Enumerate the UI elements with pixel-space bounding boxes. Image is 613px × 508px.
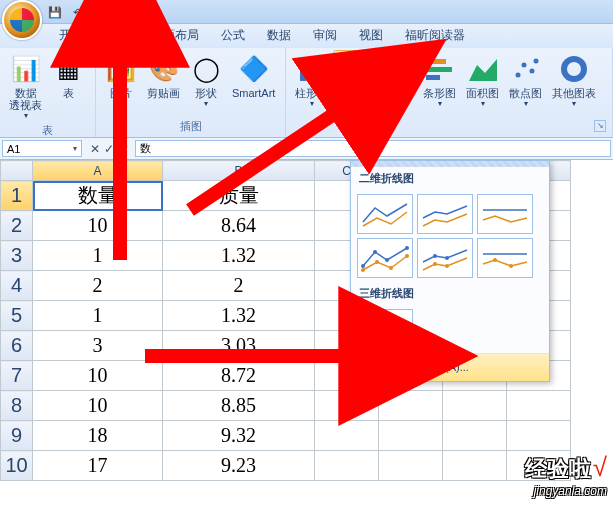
svg-point-15 (385, 258, 389, 262)
tab-page-layout[interactable]: 页面布局 (140, 22, 210, 48)
table-icon: ▦ (52, 53, 84, 85)
row-header[interactable]: 6 (1, 331, 33, 361)
table-button[interactable]: ▦ 表 (47, 50, 89, 102)
svg-point-23 (433, 262, 437, 266)
column-chart-button[interactable]: 柱形图▾ (290, 50, 333, 111)
tab-insert[interactable]: 插入 (94, 22, 140, 48)
row-header[interactable]: 7 (1, 361, 33, 391)
cell[interactable]: 1.32 (163, 301, 315, 331)
select-all-corner[interactable] (1, 161, 33, 181)
formula-input[interactable]: 数 (135, 140, 611, 157)
row-header[interactable]: 1 (1, 181, 33, 211)
cell[interactable]: 2 (33, 271, 163, 301)
table-label: 表 (63, 87, 74, 99)
redo-icon[interactable]: ↷ (90, 3, 108, 21)
fx-icon[interactable]: fx (118, 142, 127, 156)
col-header-a[interactable]: A (33, 161, 163, 181)
svg-point-20 (405, 254, 409, 258)
row-header[interactable]: 3 (1, 241, 33, 271)
picture-button[interactable]: 🖼️图片 (100, 50, 142, 102)
chevron-down-icon: ▾ (73, 144, 77, 153)
row-header[interactable]: 9 (1, 421, 33, 451)
cell[interactable] (443, 391, 507, 421)
cell[interactable] (443, 451, 507, 481)
tab-formulas[interactable]: 公式 (210, 22, 256, 48)
tab-foxit[interactable]: 福昕阅读器 (394, 22, 476, 48)
scatter-chart-button[interactable]: 散点图▾ (504, 50, 547, 111)
qat-dropdown-icon[interactable]: ▾ (112, 3, 130, 21)
office-button[interactable] (2, 0, 42, 40)
cell[interactable]: 8.85 (163, 391, 315, 421)
all-chart-types-button[interactable]: 📈 所有图表类型(A)... (351, 353, 549, 381)
svg-point-14 (373, 250, 377, 254)
line-3d-thumb[interactable] (357, 309, 413, 349)
cell[interactable]: 8.72 (163, 361, 315, 391)
line-chart-button[interactable]: 折线图▾ (333, 50, 376, 111)
enter-icon[interactable]: ✓ (104, 142, 114, 156)
line-100stacked-markers-thumb[interactable] (477, 238, 533, 278)
cell[interactable] (379, 451, 443, 481)
line-stacked-markers-thumb[interactable] (417, 238, 473, 278)
cell[interactable] (315, 421, 379, 451)
cell[interactable]: 1.32 (163, 241, 315, 271)
svg-point-18 (375, 260, 379, 264)
tab-home[interactable]: 开始 (48, 22, 94, 48)
line-stacked-thumb[interactable] (417, 194, 473, 234)
pivot-table-button[interactable]: 📊 数据 透视表 ▾ (4, 50, 47, 123)
col-header-b[interactable]: B (163, 161, 315, 181)
cell[interactable] (315, 451, 379, 481)
save-icon[interactable]: 💾 (46, 3, 64, 21)
line-100stacked-thumb[interactable] (477, 194, 533, 234)
check-icon: √ (593, 452, 607, 482)
area-chart-button[interactable]: 面积图▾ (461, 50, 504, 111)
undo-icon[interactable]: ↶ (68, 3, 86, 21)
cell[interactable] (379, 391, 443, 421)
row-header[interactable]: 4 (1, 271, 33, 301)
cancel-icon[interactable]: ✕ (90, 142, 100, 156)
cell[interactable]: 10 (33, 391, 163, 421)
svg-point-10 (529, 69, 534, 74)
name-box[interactable]: A1▾ (2, 140, 82, 157)
cell[interactable]: 8.64 (163, 211, 315, 241)
cell[interactable]: 18 (33, 421, 163, 451)
cell[interactable] (315, 391, 379, 421)
row-header[interactable]: 8 (1, 391, 33, 421)
cell[interactable]: 3.03 (163, 331, 315, 361)
cell[interactable]: 9.32 (163, 421, 315, 451)
chevron-down-icon: ▾ (395, 99, 399, 108)
other-chart-icon (558, 53, 590, 85)
other-chart-button[interactable]: 其他图表▾ (547, 50, 601, 111)
cell[interactable]: 10 (33, 211, 163, 241)
cell[interactable]: 2 (163, 271, 315, 301)
cell[interactable]: 1 (33, 241, 163, 271)
clipart-label: 剪贴画 (147, 87, 180, 99)
chevron-down-icon: ▾ (353, 99, 357, 108)
cell[interactable] (443, 421, 507, 451)
clipart-button[interactable]: 🎨剪贴画 (142, 50, 185, 102)
cell[interactable] (379, 421, 443, 451)
cell[interactable] (507, 421, 571, 451)
cell-b1[interactable]: 质量 (163, 181, 315, 211)
cell[interactable]: 3 (33, 331, 163, 361)
cell[interactable] (507, 391, 571, 421)
cell[interactable]: 9.23 (163, 451, 315, 481)
svg-point-25 (493, 258, 497, 262)
cell[interactable]: 17 (33, 451, 163, 481)
chevron-down-icon: ▾ (204, 99, 208, 108)
tab-data[interactable]: 数据 (256, 22, 302, 48)
smartart-button[interactable]: 🔷SmartArt (227, 50, 280, 102)
row-header[interactable]: 2 (1, 211, 33, 241)
charts-dialog-launcher[interactable]: ↘ (594, 120, 606, 132)
row-header[interactable]: 10 (1, 451, 33, 481)
tab-review[interactable]: 审阅 (302, 22, 348, 48)
shapes-button[interactable]: ◯形状▾ (185, 50, 227, 111)
cell-a1[interactable]: 数量 (33, 181, 163, 211)
cell[interactable]: 10 (33, 361, 163, 391)
line-basic-thumb[interactable] (357, 194, 413, 234)
pie-chart-button[interactable]: 饼图▾ (376, 50, 418, 111)
row-header[interactable]: 5 (1, 301, 33, 331)
bar-chart-button[interactable]: 条形图▾ (418, 50, 461, 111)
tab-view[interactable]: 视图 (348, 22, 394, 48)
line-markers-thumb[interactable] (357, 238, 413, 278)
cell[interactable]: 1 (33, 301, 163, 331)
